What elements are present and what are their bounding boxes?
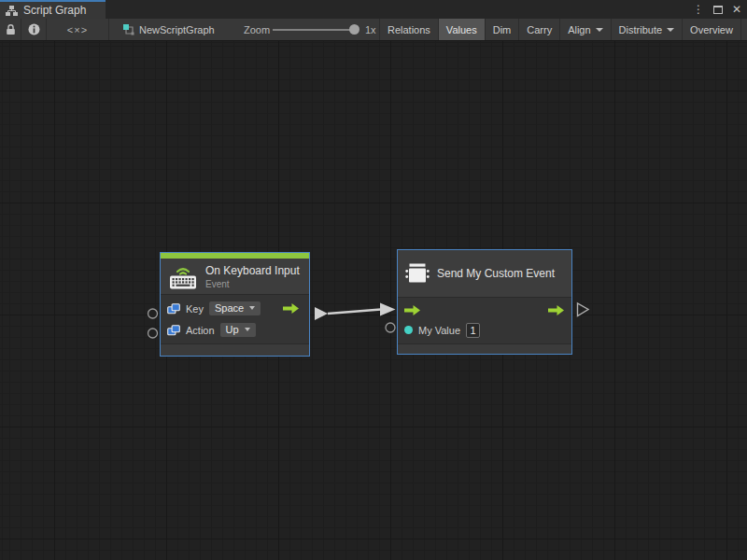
port-row-trigger	[404, 302, 565, 317]
port-circle-key[interactable]	[148, 309, 158, 318]
custom-event-icon	[405, 262, 430, 285]
title-bar: Script Graph ⋮ ✕	[0, 0, 747, 19]
node-subtitle: Event	[205, 279, 300, 289]
toolbar-button-carry[interactable]: Carry	[518, 19, 559, 40]
my-value-text: 1	[470, 325, 475, 336]
action-dropdown[interactable]: Up	[220, 323, 256, 337]
enum-type-icon	[167, 325, 180, 336]
port-row-action: Action Up	[167, 321, 303, 339]
port-circle-my-value[interactable]	[386, 323, 395, 332]
keyboard-icon	[168, 264, 198, 289]
lock-button[interactable]	[0, 19, 21, 40]
enum-type-icon	[167, 303, 180, 315]
port-circle-action[interactable]	[148, 329, 158, 338]
window-controls: ⋮ ✕	[693, 0, 741, 19]
output-port-triangle[interactable]	[315, 307, 328, 320]
node-send-my-custom-event[interactable]: Send My Custom Event My Value 1	[397, 249, 572, 355]
flow-arrow-out-icon[interactable]	[283, 302, 300, 315]
action-dropdown-value: Up	[226, 324, 239, 335]
node-title: Send My Custom Event	[437, 267, 555, 280]
lock-icon	[6, 23, 16, 35]
node-header[interactable]: On Keyboard Input Event	[161, 259, 309, 294]
node-title-block: On Keyboard Input Event	[205, 264, 300, 289]
close-icon[interactable]: ✕	[732, 4, 741, 15]
graph-canvas[interactable]: On Keyboard Input Event Key Space	[0, 41, 747, 560]
script-graph-icon	[123, 24, 134, 35]
toolbar-button-dim[interactable]: Dim	[485, 19, 519, 40]
toolbar-button-distribute[interactable]: Distribute	[611, 19, 682, 40]
zoom-slider[interactable]	[273, 19, 362, 40]
chevron-down-icon	[245, 328, 250, 331]
port-label-action: Action	[186, 325, 215, 336]
toolbar: <×> NewScriptGraph Zoom 1x Relations Val…	[0, 19, 747, 41]
chevron-down-icon	[249, 306, 255, 310]
maximize-icon[interactable]	[713, 6, 723, 14]
node-ports: Key Space Action Up	[161, 294, 309, 344]
my-value-field[interactable]: 1	[466, 323, 480, 338]
zoom-slider-handle[interactable]	[349, 24, 359, 35]
zoom-slider-track[interactable]	[273, 29, 353, 31]
flow-arrow-in-icon[interactable]	[404, 304, 421, 316]
tab-title: Script Graph	[23, 4, 86, 17]
toolbar-buttons: Relations Values Dim Carry Align Distrib…	[379, 19, 747, 40]
info-icon	[28, 23, 40, 35]
toolbar-button-overview[interactable]: Overview	[682, 19, 740, 40]
node-footer	[161, 344, 309, 356]
toolbar-button-fullscreen[interactable]: Full Screen	[740, 19, 747, 40]
connections-overlay	[0, 41, 747, 560]
port-row-my-value: My Value 1	[404, 321, 565, 339]
window-menu-icon[interactable]: ⋮	[693, 4, 704, 15]
node-footer	[398, 344, 571, 354]
key-dropdown[interactable]: Space	[209, 301, 261, 315]
graph-tree-icon	[6, 6, 18, 16]
toolbar-button-values[interactable]: Values	[438, 19, 485, 40]
graph-name-group[interactable]: NewScriptGraph	[123, 19, 215, 40]
port-row-key: Key Space	[167, 300, 303, 317]
port-label-my-value: My Value	[418, 325, 460, 336]
key-dropdown-value: Space	[215, 302, 244, 314]
code-view-button[interactable]: <×>	[47, 19, 108, 40]
graph-name: NewScriptGraph	[139, 24, 215, 35]
toolbar-left-group: <×>	[0, 19, 109, 40]
info-button[interactable]	[21, 19, 46, 40]
toolbar-button-align[interactable]: Align	[559, 19, 610, 40]
toolbar-separator	[108, 19, 109, 40]
tab-script-graph[interactable]: Script Graph	[0, 0, 106, 19]
value-dot-icon	[404, 326, 413, 334]
node-on-keyboard-input[interactable]: On Keyboard Input Event Key Space	[160, 252, 310, 357]
node-header[interactable]: Send My Custom Event	[398, 250, 571, 297]
flow-arrow-out-icon[interactable]	[548, 304, 565, 316]
connection-arrowhead[interactable]	[380, 303, 396, 316]
connection-line[interactable]	[328, 310, 381, 315]
zoom-label: Zoom	[244, 19, 270, 40]
node-ports: My Value 1	[398, 297, 571, 344]
port-label-key: Key	[186, 303, 204, 315]
chevron-down-icon	[667, 28, 674, 32]
zoom-level: 1x	[365, 19, 376, 40]
chevron-down-icon	[596, 28, 603, 32]
input-port-triangle[interactable]	[578, 303, 589, 316]
code-icon: <×>	[67, 24, 88, 35]
toolbar-button-relations[interactable]: Relations	[379, 19, 438, 40]
node-title: On Keyboard Input	[205, 264, 300, 277]
